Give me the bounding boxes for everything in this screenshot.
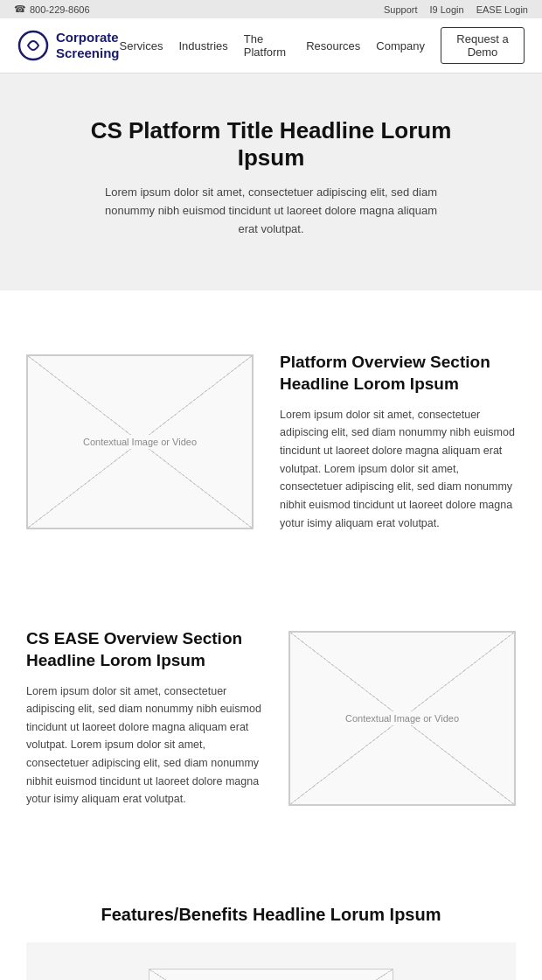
features-section: Features/Benefits Headline Lorum Ipsum ‹… bbox=[0, 870, 542, 980]
nav-industries[interactable]: Industries bbox=[178, 39, 227, 52]
ease-overview-section: Contextual Image or Video CS EASE Overvi… bbox=[0, 593, 542, 844]
logo-icon bbox=[17, 30, 49, 61]
top-bar-phone: ☎ 800-229-8606 bbox=[14, 4, 90, 15]
platform-overview-section: Contextual Image or Video Platform Overv… bbox=[0, 317, 542, 567]
logo-text: Corporate Screening bbox=[56, 30, 120, 61]
platform-image-placeholder: Contextual Image or Video bbox=[26, 354, 254, 529]
main-nav: Services Industries The Platform Resourc… bbox=[120, 27, 525, 64]
logo[interactable]: Corporate Screening bbox=[17, 30, 120, 61]
nav-platform[interactable]: The Platform bbox=[244, 32, 290, 59]
logo-line2: Screening bbox=[56, 46, 120, 60]
hero-body: Lorem ipsum dolor sit amet, consectetuer… bbox=[96, 184, 446, 238]
phone-icon: ☎ bbox=[14, 4, 26, 15]
svg-point-0 bbox=[19, 32, 47, 60]
phone-number: 800-229-8606 bbox=[30, 4, 90, 15]
nav-services[interactable]: Services bbox=[120, 39, 163, 52]
header: Corporate Screening Services Industries … bbox=[0, 18, 542, 74]
request-demo-button[interactable]: Request a Demo bbox=[441, 27, 525, 64]
features-headline: Features/Benefits Headline Lorum Ipsum bbox=[17, 905, 525, 925]
platform-body: Lorem ipsum dolor sit amet, consectetuer… bbox=[280, 406, 516, 532]
ease-text-content: CS EASE Overview Section Headline Lorom … bbox=[26, 628, 262, 808]
i9-login-link[interactable]: I9 Login bbox=[430, 4, 464, 15]
ease-login-link[interactable]: EASE Login bbox=[476, 4, 528, 15]
platform-headline: Platform Overview Section Headline Lorom… bbox=[280, 352, 516, 395]
top-bar-links: Support I9 Login EASE Login bbox=[384, 4, 528, 15]
carousel-image-placeholder: Image bbox=[149, 969, 393, 980]
ease-body: Lorem ipsum dolor sit amet, consectetuer… bbox=[26, 682, 262, 808]
support-link[interactable]: Support bbox=[384, 4, 418, 15]
ease-overview-layout: Contextual Image or Video CS EASE Overvi… bbox=[26, 628, 516, 808]
features-carousel: ‹ Image › bbox=[26, 942, 516, 980]
ease-headline: CS EASE Overview Section Headline Lorom … bbox=[26, 628, 262, 671]
hero-title: CS Platform Title Headline Lorum Ipsum bbox=[70, 117, 472, 172]
platform-text-content: Platform Overview Section Headline Lorom… bbox=[280, 352, 516, 532]
platform-image-label: Contextual Image or Video bbox=[80, 435, 200, 449]
ease-image-placeholder: Contextual Image or Video bbox=[288, 631, 516, 806]
top-bar: ☎ 800-229-8606 Support I9 Login EASE Log… bbox=[0, 0, 542, 18]
platform-overview-layout: Contextual Image or Video Platform Overv… bbox=[26, 352, 516, 532]
logo-line1: Corporate bbox=[56, 30, 119, 45]
nav-resources[interactable]: Resources bbox=[306, 39, 360, 52]
nav-company[interactable]: Company bbox=[376, 39, 425, 52]
hero-section: CS Platform Title Headline Lorum Ipsum L… bbox=[0, 74, 542, 290]
ease-image-label: Contextual Image or Video bbox=[342, 711, 462, 725]
